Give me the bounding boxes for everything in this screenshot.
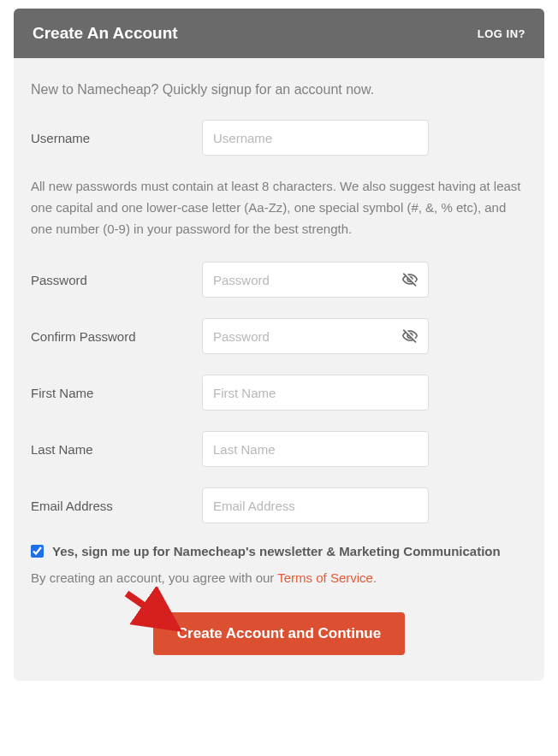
eye-off-icon[interactable]: [401, 271, 418, 288]
newsletter-row: Yes, sign me up for Namecheap's newslett…: [31, 544, 527, 558]
username-label: Username: [31, 131, 202, 145]
intro-text: New to Namecheap? Quickly signup for an …: [31, 82, 527, 97]
first-name-row: First Name: [31, 375, 527, 410]
confirm-password-input[interactable]: [202, 318, 429, 354]
last-name-label: Last Name: [31, 442, 202, 457]
password-hint-text: All new passwords must contain at least …: [31, 176, 527, 239]
password-row: Password: [31, 262, 527, 298]
terms-prefix: By creating an account, you agree with o…: [31, 570, 277, 585]
login-link[interactable]: LOG IN?: [478, 27, 525, 40]
create-account-button[interactable]: Create Account and Continue: [153, 612, 405, 655]
password-input[interactable]: [202, 262, 429, 298]
password-label: Password: [31, 273, 202, 287]
first-name-input[interactable]: [202, 375, 429, 410]
eye-off-icon[interactable]: [401, 328, 418, 345]
confirm-password-row: Confirm Password: [31, 318, 527, 354]
page-title: Create An Account: [33, 24, 178, 43]
last-name-input[interactable]: [202, 431, 429, 467]
email-input[interactable]: [202, 487, 429, 523]
newsletter-checkbox[interactable]: [31, 545, 44, 558]
email-row: Email Address: [31, 487, 527, 523]
signup-card: Create An Account LOG IN? New to Nameche…: [14, 9, 544, 681]
card-header: Create An Account LOG IN?: [14, 9, 544, 58]
terms-text: By creating an account, you agree with o…: [31, 570, 527, 585]
submit-row: Create Account and Continue: [31, 612, 527, 655]
username-input[interactable]: [202, 120, 429, 156]
last-name-row: Last Name: [31, 431, 527, 467]
first-name-label: First Name: [31, 386, 202, 400]
username-row: Username: [31, 120, 527, 156]
confirm-password-label: Confirm Password: [31, 329, 202, 344]
newsletter-label: Yes, sign me up for Namecheap's newslett…: [52, 544, 501, 558]
terms-suffix: .: [373, 570, 377, 585]
terms-link[interactable]: Terms of Service: [277, 570, 373, 585]
card-body: New to Namecheap? Quickly signup for an …: [14, 58, 544, 681]
email-label: Email Address: [31, 499, 202, 513]
